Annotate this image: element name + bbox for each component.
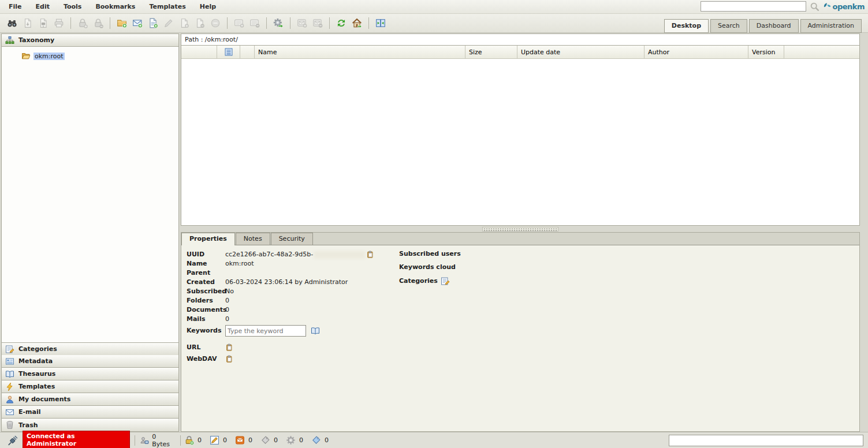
menu-file[interactable]: File (9, 3, 22, 10)
sidebar-panel-categories[interactable]: Categories (2, 342, 178, 355)
split-panel-button[interactable] (374, 17, 387, 29)
tree-item-label: okm:root (33, 53, 65, 60)
sidebar-panel-label: E-mail (18, 408, 41, 416)
url-copy-clipboard-icon[interactable] (225, 344, 233, 352)
toolbar-separator (290, 17, 290, 29)
tab-search[interactable]: Search (710, 19, 747, 33)
split-panel-icon (375, 18, 386, 28)
column-name[interactable]: Name (255, 46, 465, 58)
property-row-documents: Documents 0 (187, 305, 859, 315)
column-massive-selection[interactable] (217, 46, 240, 58)
sidebar-panel-thesaurus[interactable]: Thesaurus (2, 368, 178, 380)
mail-orange-icon (235, 435, 245, 445)
keyword-input[interactable] (225, 325, 306, 337)
column-type[interactable] (240, 46, 255, 58)
toolbar-separator (329, 17, 330, 29)
menu-help[interactable]: Help (200, 3, 216, 10)
sidebar-panel-label: Trash (18, 421, 38, 429)
relation-count: 0 (274, 436, 278, 444)
tab-desktop[interactable]: Desktop (664, 19, 709, 33)
sidebar-panel-label: Metadata (18, 357, 53, 365)
find-button[interactable] (6, 17, 18, 29)
detail-panel: Properties Notes Security UUID cc2e1266-… (181, 232, 860, 432)
quick-search-input[interactable] (701, 1, 806, 12)
file-browser: Name Size Update date Author Version (181, 46, 860, 226)
home-button[interactable] (351, 17, 363, 29)
sidebar-panel-my-documents[interactable]: My documents (2, 393, 178, 406)
file-list-area[interactable] (181, 59, 859, 225)
subscribed-label: Subscribed (187, 287, 225, 296)
quota-value: 0 Bytes (152, 433, 176, 448)
detail-tabs: Properties Notes Security (181, 233, 859, 245)
plug-icon (8, 435, 18, 446)
properties-side-sections: Subscribed users Keywords cloud Categori… (399, 250, 461, 291)
folders-value: 0 (225, 296, 229, 305)
categories-edit-icon[interactable] (441, 277, 450, 286)
sidebar-panel-metadata[interactable]: Metadata (2, 355, 178, 368)
tab-security[interactable]: Security (271, 233, 313, 245)
add-subscription-button (296, 17, 308, 29)
tree-item-okm-root[interactable]: okm:root (21, 51, 65, 61)
create-mail-button[interactable] (131, 17, 144, 29)
tab-administration[interactable]: Administration (800, 19, 862, 33)
lock-icon (77, 18, 88, 28)
property-group-remove-icon (249, 18, 260, 28)
tag-blue-icon (311, 435, 321, 445)
sidebar-panel-trash[interactable]: Trash (2, 419, 178, 431)
create-folder-button[interactable] (116, 17, 128, 29)
start-workflow-button[interactable] (272, 17, 285, 29)
categories-section-label: Categories (399, 277, 438, 285)
menu-bookmarks[interactable]: Bookmarks (95, 3, 135, 10)
sidebar-panel-templates[interactable]: Templates (2, 380, 178, 393)
workflow-count: 0 (299, 436, 303, 444)
menubar: File Edit Tools Bookmarks Templates Help… (0, 0, 868, 14)
refresh-button[interactable] (335, 17, 348, 29)
add-document-button[interactable] (147, 17, 159, 29)
tab-dashboard[interactable]: Dashboard (749, 19, 799, 33)
uuid-redacted (314, 251, 365, 259)
checkout-count: 0 (223, 436, 227, 444)
document-remove-icon (195, 18, 205, 28)
statusbar: Connected as Administrator 0 Bytes 0 0 0… (0, 432, 868, 448)
sidebar-panel-email[interactable]: E-mail (2, 406, 178, 419)
column-size[interactable]: Size (465, 46, 517, 58)
property-row-name: Name okm:root (187, 259, 859, 268)
sidebar-panel-taxonomy[interactable]: Taxonomy (2, 34, 178, 47)
refresh-icon (336, 18, 347, 28)
url-label: URL (187, 343, 225, 352)
keywords-cloud-section: Keywords cloud (399, 263, 461, 271)
breadcrumb: Path : /okm:root/ (181, 33, 860, 46)
tab-notes[interactable]: Notes (236, 233, 270, 245)
pencil-note-icon (210, 435, 219, 445)
webdav-copy-clipboard-icon[interactable] (225, 355, 233, 363)
sidebar-panel-label: Categories (18, 345, 57, 353)
lock-button (76, 17, 89, 29)
column-version[interactable]: Version (748, 46, 784, 58)
mail-add-icon (132, 18, 143, 28)
uuid-value: cc2e1266-ab7c-48a2-9d5b- (225, 250, 313, 259)
tab-properties[interactable]: Properties (181, 233, 235, 245)
search-icon[interactable] (810, 2, 819, 12)
thesaurus-book-icon[interactable] (311, 326, 320, 335)
horizontal-splitter[interactable] (181, 226, 860, 232)
splitter-handle[interactable] (482, 227, 558, 232)
copy-clipboard-icon[interactable] (366, 251, 374, 259)
metadata-icon (5, 357, 14, 366)
uuid-label: UUID (187, 250, 225, 259)
toolbar-separator (110, 17, 110, 29)
sidebar-panel-label: Thesaurus (18, 370, 55, 378)
column-author[interactable]: Author (645, 46, 748, 58)
column-status[interactable] (181, 46, 217, 58)
menu-tools[interactable]: Tools (64, 3, 81, 10)
pencil-icon (163, 18, 174, 28)
column-update-date-label: Update date (521, 48, 560, 56)
documents-value: 0 (225, 305, 229, 315)
menu-templates[interactable]: Templates (149, 3, 185, 10)
lightning-icon (5, 382, 14, 391)
webdav-label: WebDAV (187, 354, 225, 364)
menu-edit[interactable]: Edit (36, 3, 50, 10)
column-update-date[interactable]: Update date (517, 46, 645, 58)
statusbar-message-input[interactable] (669, 435, 863, 446)
home-icon (352, 18, 362, 28)
parent-label: Parent (187, 268, 225, 278)
